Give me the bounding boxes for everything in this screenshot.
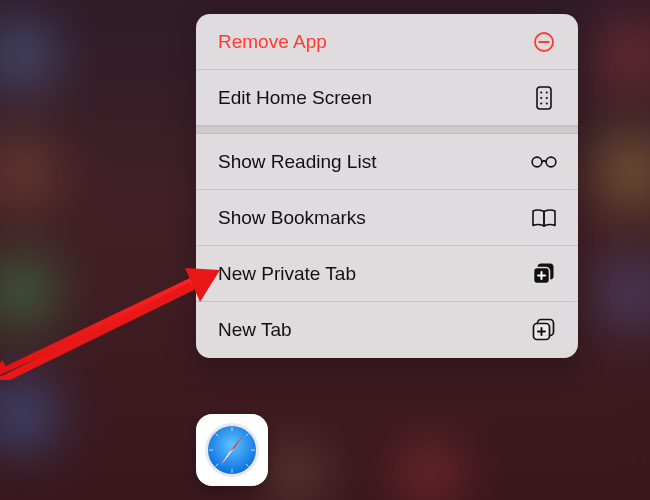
svg-point-10 [546, 157, 556, 167]
svg-point-3 [540, 91, 542, 93]
menu-section-divider [196, 126, 578, 134]
book-icon [530, 208, 558, 228]
menu-item-show-bookmarks[interactable]: Show Bookmarks [196, 190, 578, 246]
menu-item-label: Show Bookmarks [218, 207, 366, 229]
svg-point-8 [546, 102, 548, 104]
menu-item-edit-home-screen[interactable]: Edit Home Screen [196, 70, 578, 126]
apps-grid-icon [530, 86, 558, 110]
safari-app-icon[interactable] [196, 414, 268, 486]
menu-item-label: Show Reading List [218, 151, 376, 173]
menu-item-show-reading-list[interactable]: Show Reading List [196, 134, 578, 190]
svg-point-5 [540, 96, 542, 98]
menu-item-label: New Private Tab [218, 263, 356, 285]
menu-item-new-private-tab[interactable]: New Private Tab [196, 246, 578, 302]
menu-item-remove-app[interactable]: Remove App [196, 14, 578, 70]
svg-point-6 [546, 96, 548, 98]
safari-compass-icon [203, 421, 261, 479]
menu-item-label: Edit Home Screen [218, 87, 372, 109]
reading-glasses-icon [530, 154, 558, 170]
svg-point-7 [540, 102, 542, 104]
svg-rect-2 [537, 87, 551, 109]
new-private-tab-icon [530, 262, 558, 286]
context-menu: Remove App Edit Home Screen Show Reading… [196, 14, 578, 358]
menu-item-label: New Tab [218, 319, 292, 341]
svg-point-9 [532, 157, 542, 167]
remove-minus-circle-icon [530, 31, 558, 53]
new-tab-icon [530, 318, 558, 342]
menu-item-label: Remove App [218, 31, 327, 53]
menu-item-new-tab[interactable]: New Tab [196, 302, 578, 358]
svg-point-4 [546, 91, 548, 93]
